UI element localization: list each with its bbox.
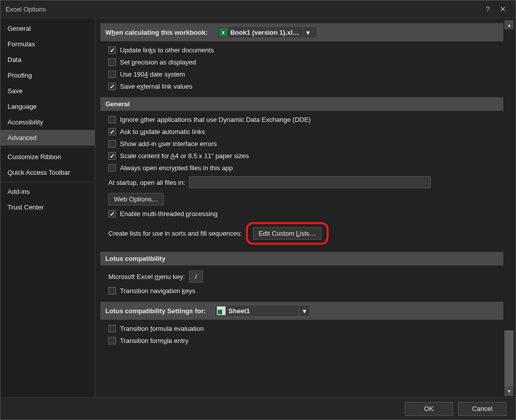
checkbox-set-precision[interactable] [108, 58, 116, 66]
checkbox-1904-date[interactable] [108, 71, 116, 78]
section-label: When calculating this workbook: [105, 29, 208, 36]
content-pane: ▴ ▾ When calculating this workbook: x Bo… [95, 18, 515, 397]
label-multithread: Enable multi-threaded processing [120, 210, 218, 218]
web-options-button[interactable]: Web Options… [108, 193, 164, 205]
label-ignore-dde: Ignore other applications that use Dynam… [120, 116, 311, 123]
checkbox-formula-entry[interactable] [108, 337, 116, 344]
sidebar-item-formulas[interactable]: Formulas [1, 36, 95, 52]
sidebar-item-save[interactable]: Save [1, 83, 95, 99]
label-addin-errors: Show add-in user interface errors [120, 140, 217, 148]
sidebar-item-trust-center[interactable]: Trust Center [1, 199, 95, 215]
sidebar-item-general[interactable]: General [1, 21, 95, 36]
checkbox-encrypted[interactable] [108, 164, 116, 172]
section-lotus-settings: Lotus compatibility Settings for: Sheet1… [100, 302, 503, 320]
sidebar-item-add-ins[interactable]: Add-ins [1, 184, 95, 199]
label-set-precision: Set precision as displayed [120, 58, 196, 66]
label-create-lists: Create lists for use in sorts and fill s… [108, 230, 242, 237]
sidebar-item-data[interactable]: Data [1, 52, 95, 67]
checkbox-scale-content[interactable] [108, 152, 116, 160]
titlebar: Excel Options ? ✕ [1, 1, 515, 18]
checkbox-update-links[interactable] [108, 46, 116, 54]
cancel-button[interactable]: Cancel [458, 402, 506, 416]
chevron-down-icon: ▾ [302, 27, 313, 38]
ok-button[interactable]: OK [405, 402, 453, 416]
workbook-name: Book1 (version 1).xl… [229, 29, 302, 36]
sheet-dropdown[interactable]: Sheet1 ▾ [215, 305, 310, 317]
excel-file-icon: x [219, 28, 228, 37]
window-title: Excel Options [6, 6, 46, 13]
excel-options-window: Excel Options ? ✕ General Formulas Data … [0, 0, 516, 420]
section-general: General [100, 97, 503, 111]
workbook-dropdown[interactable]: x Book1 (version 1).xl… ▾ [217, 26, 317, 38]
label-startup: At startup, open all files in: [108, 179, 185, 186]
label-update-links: Update links to other documents [120, 46, 214, 54]
help-icon[interactable]: ? [480, 5, 495, 13]
label-scale-content: Scale content for A4 or 8.5 x 11" paper … [120, 152, 249, 160]
sidebar-item-customize-ribbon[interactable]: Customize Ribbon [1, 149, 95, 165]
label-1904-date: Use 1904 date system [120, 71, 185, 78]
sheet-name: Sheet1 [227, 307, 253, 315]
checkbox-save-external[interactable] [108, 83, 116, 90]
highlight-ring: Edit Custom Lists… [246, 222, 329, 245]
scroll-up-icon[interactable]: ▴ [504, 20, 513, 29]
sidebar-item-proofing[interactable]: Proofing [1, 67, 95, 83]
section-lotus-compat: Lotus compatibility [100, 252, 503, 265]
chevron-down-icon: ▾ [299, 305, 310, 316]
label-formula-entry: Transition formula entry [120, 337, 188, 344]
edit-custom-lists-button[interactable]: Edit Custom Lists… [253, 227, 321, 240]
checkbox-ignore-dde[interactable] [108, 116, 116, 123]
checkbox-formula-eval[interactable] [108, 325, 116, 332]
checkbox-addin-errors[interactable] [108, 140, 116, 148]
sidebar-item-quick-access-toolbar[interactable]: Quick Access Toolbar [1, 165, 95, 180]
checkbox-nav-keys[interactable] [108, 287, 116, 295]
client-area: General Formulas Data Proofing Save Lang… [1, 18, 515, 397]
menu-key-input[interactable] [189, 270, 203, 283]
checkbox-multithread[interactable] [108, 210, 116, 218]
scroll-down-icon[interactable]: ▾ [504, 386, 513, 395]
label-save-external: Save external link values [120, 83, 192, 90]
section-when-calculating: When calculating this workbook: x Book1 … [100, 23, 503, 41]
label-encrypted: Always open encrypted files in this app [120, 164, 233, 172]
close-icon[interactable]: ✕ [495, 5, 510, 13]
label-nav-keys: Transition navigation keys [120, 287, 196, 295]
startup-folder-input[interactable] [189, 176, 431, 188]
sidebar: General Formulas Data Proofing Save Lang… [1, 18, 95, 397]
label-menu-key: Microsoft Excel menu key: [108, 273, 185, 281]
label-ask-update: Ask to update automatic links [120, 128, 205, 135]
sidebar-item-language[interactable]: Language [1, 99, 95, 114]
checkbox-ask-update[interactable] [108, 128, 116, 135]
sidebar-item-accessibility[interactable]: Accessibility [1, 114, 95, 130]
dialog-footer: OK Cancel [1, 397, 515, 419]
sidebar-separator [1, 147, 95, 148]
section-label: Lotus compatibility Settings for: [105, 307, 206, 315]
sidebar-item-advanced[interactable]: Advanced [1, 130, 95, 146]
label-formula-eval: Transition formula evaluation [120, 325, 204, 332]
sidebar-separator [1, 182, 95, 182]
sheet-icon [217, 306, 226, 315]
